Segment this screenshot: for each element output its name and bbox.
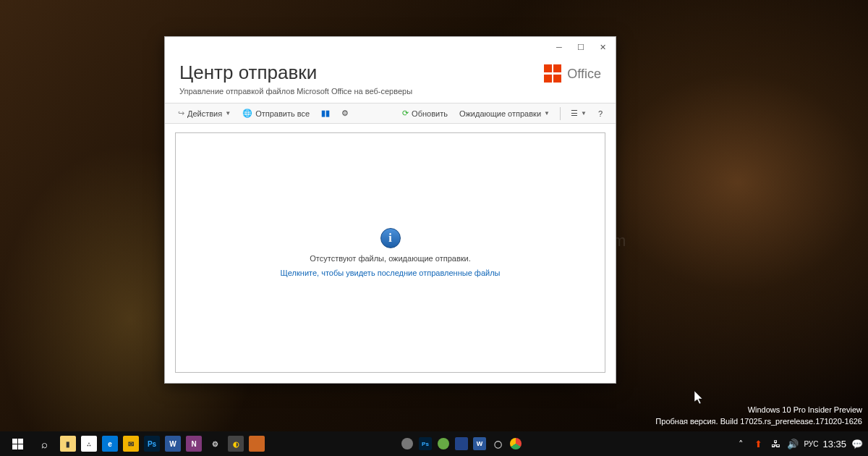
- taskbar-running-photoshop[interactable]: Ps: [417, 433, 434, 455]
- insider-line1: Windows 10 Pro Insider Preview: [655, 405, 862, 415]
- send-all-label: Отправить все: [255, 109, 310, 118]
- taskbar-app-generic2[interactable]: [247, 433, 267, 455]
- taskbar-running-word[interactable]: W: [471, 433, 488, 455]
- tray-language[interactable]: РУС: [804, 440, 818, 448]
- arrow-icon: ↪: [178, 109, 184, 118]
- filter-dropdown[interactable]: Ожидающие отправки ▼: [455, 107, 554, 120]
- taskbar-app-generic1[interactable]: ◐: [226, 433, 246, 455]
- office-logo-icon: [544, 64, 563, 83]
- chevron-up-icon: ˄: [739, 439, 744, 449]
- word-icon: W: [473, 437, 486, 450]
- app-icon: [249, 436, 265, 452]
- help-button[interactable]: ?: [594, 107, 607, 120]
- mail-icon: ✉: [123, 436, 139, 452]
- upload-icon: ⬆: [754, 439, 762, 449]
- minimize-button[interactable]: ─: [549, 39, 569, 55]
- gear-icon: ⚙: [207, 436, 223, 452]
- app-subtitle: Управление отправкой файлов Microsoft Of…: [179, 87, 601, 96]
- content-area: i Отсутствуют файлы, ожидающие отправки.…: [175, 132, 605, 373]
- network-icon: 🖧: [771, 439, 780, 449]
- refresh-icon: ⟳: [402, 109, 409, 118]
- taskbar-app-explorer[interactable]: ▮: [58, 433, 78, 455]
- edge-icon: e: [102, 436, 118, 452]
- app-icon: ◯: [490, 436, 506, 452]
- speaker-icon: 🔊: [787, 439, 799, 449]
- actions-label: Действия: [187, 109, 222, 118]
- chrome-icon: [510, 438, 522, 449]
- taskbar: ⌕ ▮ ⛬ e ✉ Ps W N ⚙ ◐ Ps W ◯ ˄ ⬆ 🖧 🔊 РУС …: [0, 431, 868, 456]
- send-all-button[interactable]: 🌐 Отправить все: [238, 106, 314, 120]
- folder-icon: ▮: [60, 436, 76, 452]
- search-button[interactable]: ⌕: [31, 433, 57, 455]
- system-tray: ˄ ⬆ 🖧 🔊 РУС 13:35 💬: [734, 439, 864, 449]
- filter-label: Ожидающие отправки: [459, 109, 541, 118]
- info-icon: i: [380, 228, 401, 248]
- toolbar: ↪ Действия ▼ 🌐 Отправить все ▮▮ ⚙ ⟳ Обно…: [165, 103, 616, 124]
- actions-dropdown[interactable]: ↪ Действия ▼: [174, 106, 235, 120]
- taskbar-left: ⌕ ▮ ⛬ e ✉ Ps W N ⚙ ◐ Ps W ◯: [4, 433, 524, 455]
- globe-icon: 🌐: [242, 109, 252, 118]
- windows-logo-icon: [12, 439, 23, 449]
- language-indicator: РУС: [804, 440, 818, 448]
- tray-show-hidden[interactable]: ˄: [734, 439, 747, 449]
- empty-message: Отсутствуют файлы, ожидающие отправки.: [310, 254, 471, 263]
- view-options-button[interactable]: ☰ ▼: [566, 106, 591, 120]
- tray-clock[interactable]: 13:35: [822, 439, 846, 449]
- tray-volume[interactable]: 🔊: [786, 439, 799, 449]
- window-header: Центр отправки Управление отправкой файл…: [165, 57, 616, 103]
- titlebar: ─ ☐ ✕: [165, 37, 616, 57]
- maximize-button[interactable]: ☐: [571, 39, 591, 55]
- taskbar-running-app2[interactable]: [435, 433, 452, 455]
- pause-button[interactable]: ▮▮: [317, 106, 334, 120]
- close-button[interactable]: ✕: [592, 39, 613, 55]
- windows-insider-watermark: Windows 10 Pro Insider Preview Пробная в…: [655, 405, 862, 427]
- photoshop-icon: Ps: [144, 436, 160, 452]
- taskbar-app-edge[interactable]: e: [100, 433, 120, 455]
- app-title: Центр отправки: [179, 62, 601, 84]
- app-icon: [455, 437, 468, 450]
- refresh-button[interactable]: ⟳ Обновить: [398, 106, 452, 120]
- tray-network[interactable]: 🖧: [769, 439, 782, 449]
- office-brand-text: Office: [567, 67, 601, 82]
- gear-icon: ⚙: [341, 109, 349, 118]
- word-icon: W: [165, 436, 181, 452]
- search-icon: ⌕: [41, 438, 48, 450]
- app-icon: [438, 438, 449, 449]
- clock-text: 13:35: [822, 439, 846, 449]
- app-icon: [401, 438, 413, 449]
- chevron-down-icon: ▼: [581, 110, 587, 117]
- office-brand: Office: [544, 64, 601, 83]
- tray-action-center[interactable]: 💬: [851, 439, 864, 449]
- taskbar-app-mail[interactable]: ✉: [121, 433, 141, 455]
- settings-button[interactable]: ⚙: [337, 106, 353, 120]
- tray-upload-center[interactable]: ⬆: [752, 439, 765, 449]
- chevron-down-icon: ▼: [225, 110, 231, 117]
- show-recent-link[interactable]: Щелкните, чтобы увидеть последние отправ…: [281, 269, 501, 277]
- taskbar-app-word[interactable]: W: [163, 433, 183, 455]
- taskbar-app-settings[interactable]: ⚙: [205, 433, 225, 455]
- start-button[interactable]: [4, 433, 30, 455]
- app-icon: ◐: [228, 436, 244, 452]
- refresh-label: Обновить: [412, 109, 448, 118]
- taskbar-running-app4[interactable]: ◯: [489, 433, 506, 455]
- list-icon: ☰: [571, 109, 578, 118]
- notification-icon: 💬: [851, 439, 863, 449]
- insider-line2: Пробная версия. Build 17025.rs_prereleas…: [655, 416, 862, 427]
- taskbar-app-photoshop[interactable]: Ps: [142, 433, 162, 455]
- taskbar-app-store[interactable]: ⛬: [79, 433, 99, 455]
- taskbar-running-chrome[interactable]: [507, 433, 524, 455]
- taskbar-app-onenote[interactable]: N: [184, 433, 204, 455]
- photoshop-icon: Ps: [419, 437, 432, 450]
- upload-center-window: ─ ☐ ✕ Центр отправки Управление отправко…: [164, 36, 616, 384]
- store-icon: ⛬: [81, 436, 97, 452]
- chevron-down-icon: ▼: [544, 110, 550, 117]
- separator: [560, 107, 561, 120]
- taskbar-running-app3[interactable]: [453, 433, 470, 455]
- onenote-icon: N: [186, 436, 202, 452]
- taskbar-running-app[interactable]: [399, 433, 416, 455]
